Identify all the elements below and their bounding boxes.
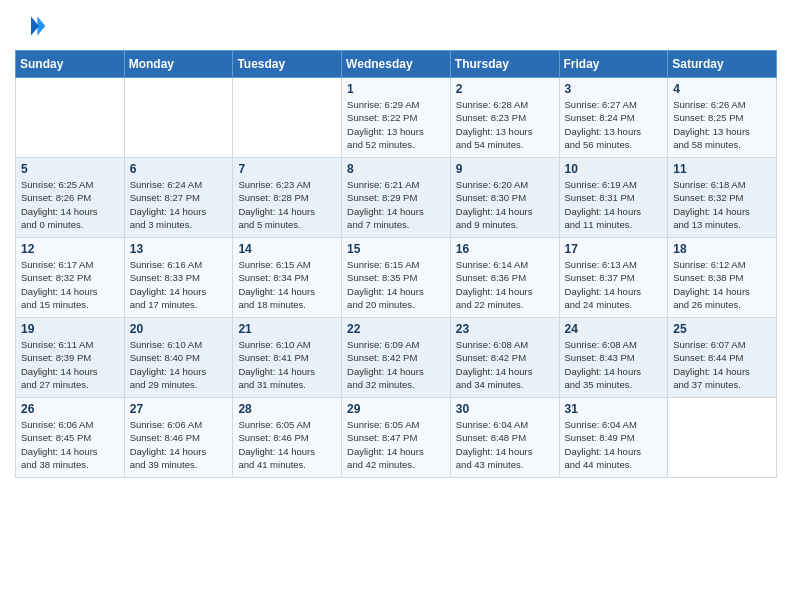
calendar-cell: 17Sunrise: 6:13 AM Sunset: 8:37 PM Dayli…	[559, 238, 668, 318]
day-info: Sunrise: 6:15 AM Sunset: 8:34 PM Dayligh…	[238, 258, 336, 311]
calendar-cell: 14Sunrise: 6:15 AM Sunset: 8:34 PM Dayli…	[233, 238, 342, 318]
day-number: 7	[238, 162, 336, 176]
day-number: 18	[673, 242, 771, 256]
calendar-cell: 10Sunrise: 6:19 AM Sunset: 8:31 PM Dayli…	[559, 158, 668, 238]
day-info: Sunrise: 6:05 AM Sunset: 8:46 PM Dayligh…	[238, 418, 336, 471]
calendar-cell: 30Sunrise: 6:04 AM Sunset: 8:48 PM Dayli…	[450, 398, 559, 478]
weekday-header-sunday: Sunday	[16, 51, 125, 78]
calendar-week-1: 1Sunrise: 6:29 AM Sunset: 8:22 PM Daylig…	[16, 78, 777, 158]
logo	[15, 10, 51, 42]
day-number: 3	[565, 82, 663, 96]
calendar-cell: 2Sunrise: 6:28 AM Sunset: 8:23 PM Daylig…	[450, 78, 559, 158]
calendar-cell: 19Sunrise: 6:11 AM Sunset: 8:39 PM Dayli…	[16, 318, 125, 398]
day-info: Sunrise: 6:24 AM Sunset: 8:27 PM Dayligh…	[130, 178, 228, 231]
calendar-cell: 22Sunrise: 6:09 AM Sunset: 8:42 PM Dayli…	[342, 318, 451, 398]
calendar-week-3: 12Sunrise: 6:17 AM Sunset: 8:32 PM Dayli…	[16, 238, 777, 318]
calendar-cell: 5Sunrise: 6:25 AM Sunset: 8:26 PM Daylig…	[16, 158, 125, 238]
day-info: Sunrise: 6:11 AM Sunset: 8:39 PM Dayligh…	[21, 338, 119, 391]
calendar-cell: 29Sunrise: 6:05 AM Sunset: 8:47 PM Dayli…	[342, 398, 451, 478]
day-info: Sunrise: 6:15 AM Sunset: 8:35 PM Dayligh…	[347, 258, 445, 311]
weekday-header-thursday: Thursday	[450, 51, 559, 78]
calendar-cell: 26Sunrise: 6:06 AM Sunset: 8:45 PM Dayli…	[16, 398, 125, 478]
day-number: 22	[347, 322, 445, 336]
day-number: 12	[21, 242, 119, 256]
calendar-week-5: 26Sunrise: 6:06 AM Sunset: 8:45 PM Dayli…	[16, 398, 777, 478]
calendar-cell: 28Sunrise: 6:05 AM Sunset: 8:46 PM Dayli…	[233, 398, 342, 478]
day-number: 28	[238, 402, 336, 416]
day-info: Sunrise: 6:08 AM Sunset: 8:42 PM Dayligh…	[456, 338, 554, 391]
calendar-cell: 23Sunrise: 6:08 AM Sunset: 8:42 PM Dayli…	[450, 318, 559, 398]
calendar-cell: 18Sunrise: 6:12 AM Sunset: 8:38 PM Dayli…	[668, 238, 777, 318]
day-info: Sunrise: 6:13 AM Sunset: 8:37 PM Dayligh…	[565, 258, 663, 311]
calendar-header: SundayMondayTuesdayWednesdayThursdayFrid…	[16, 51, 777, 78]
day-info: Sunrise: 6:26 AM Sunset: 8:25 PM Dayligh…	[673, 98, 771, 151]
day-number: 17	[565, 242, 663, 256]
calendar-table: SundayMondayTuesdayWednesdayThursdayFrid…	[15, 50, 777, 478]
calendar-cell	[16, 78, 125, 158]
weekday-header-row: SundayMondayTuesdayWednesdayThursdayFrid…	[16, 51, 777, 78]
day-number: 27	[130, 402, 228, 416]
day-info: Sunrise: 6:10 AM Sunset: 8:40 PM Dayligh…	[130, 338, 228, 391]
calendar-cell	[233, 78, 342, 158]
day-number: 10	[565, 162, 663, 176]
calendar-cell: 15Sunrise: 6:15 AM Sunset: 8:35 PM Dayli…	[342, 238, 451, 318]
day-info: Sunrise: 6:23 AM Sunset: 8:28 PM Dayligh…	[238, 178, 336, 231]
day-info: Sunrise: 6:27 AM Sunset: 8:24 PM Dayligh…	[565, 98, 663, 151]
weekday-header-monday: Monday	[124, 51, 233, 78]
calendar-cell: 7Sunrise: 6:23 AM Sunset: 8:28 PM Daylig…	[233, 158, 342, 238]
weekday-header-wednesday: Wednesday	[342, 51, 451, 78]
calendar-cell: 16Sunrise: 6:14 AM Sunset: 8:36 PM Dayli…	[450, 238, 559, 318]
day-number: 5	[21, 162, 119, 176]
day-info: Sunrise: 6:04 AM Sunset: 8:48 PM Dayligh…	[456, 418, 554, 471]
calendar-cell: 24Sunrise: 6:08 AM Sunset: 8:43 PM Dayli…	[559, 318, 668, 398]
day-info: Sunrise: 6:09 AM Sunset: 8:42 PM Dayligh…	[347, 338, 445, 391]
day-info: Sunrise: 6:10 AM Sunset: 8:41 PM Dayligh…	[238, 338, 336, 391]
weekday-header-saturday: Saturday	[668, 51, 777, 78]
weekday-header-tuesday: Tuesday	[233, 51, 342, 78]
calendar-cell: 21Sunrise: 6:10 AM Sunset: 8:41 PM Dayli…	[233, 318, 342, 398]
calendar-cell: 12Sunrise: 6:17 AM Sunset: 8:32 PM Dayli…	[16, 238, 125, 318]
day-info: Sunrise: 6:19 AM Sunset: 8:31 PM Dayligh…	[565, 178, 663, 231]
day-info: Sunrise: 6:06 AM Sunset: 8:46 PM Dayligh…	[130, 418, 228, 471]
day-number: 30	[456, 402, 554, 416]
day-info: Sunrise: 6:07 AM Sunset: 8:44 PM Dayligh…	[673, 338, 771, 391]
day-number: 20	[130, 322, 228, 336]
calendar-cell: 25Sunrise: 6:07 AM Sunset: 8:44 PM Dayli…	[668, 318, 777, 398]
calendar-week-4: 19Sunrise: 6:11 AM Sunset: 8:39 PM Dayli…	[16, 318, 777, 398]
calendar-cell: 27Sunrise: 6:06 AM Sunset: 8:46 PM Dayli…	[124, 398, 233, 478]
day-info: Sunrise: 6:08 AM Sunset: 8:43 PM Dayligh…	[565, 338, 663, 391]
day-number: 6	[130, 162, 228, 176]
weekday-header-friday: Friday	[559, 51, 668, 78]
calendar-cell: 6Sunrise: 6:24 AM Sunset: 8:27 PM Daylig…	[124, 158, 233, 238]
logo-icon	[15, 10, 47, 42]
day-number: 19	[21, 322, 119, 336]
day-number: 23	[456, 322, 554, 336]
day-info: Sunrise: 6:20 AM Sunset: 8:30 PM Dayligh…	[456, 178, 554, 231]
day-info: Sunrise: 6:28 AM Sunset: 8:23 PM Dayligh…	[456, 98, 554, 151]
day-number: 16	[456, 242, 554, 256]
day-info: Sunrise: 6:21 AM Sunset: 8:29 PM Dayligh…	[347, 178, 445, 231]
calendar-week-2: 5Sunrise: 6:25 AM Sunset: 8:26 PM Daylig…	[16, 158, 777, 238]
day-number: 2	[456, 82, 554, 96]
day-number: 24	[565, 322, 663, 336]
calendar-cell: 20Sunrise: 6:10 AM Sunset: 8:40 PM Dayli…	[124, 318, 233, 398]
calendar-cell: 1Sunrise: 6:29 AM Sunset: 8:22 PM Daylig…	[342, 78, 451, 158]
calendar-cell: 13Sunrise: 6:16 AM Sunset: 8:33 PM Dayli…	[124, 238, 233, 318]
header	[15, 10, 777, 42]
day-info: Sunrise: 6:18 AM Sunset: 8:32 PM Dayligh…	[673, 178, 771, 231]
day-number: 1	[347, 82, 445, 96]
day-number: 13	[130, 242, 228, 256]
day-info: Sunrise: 6:12 AM Sunset: 8:38 PM Dayligh…	[673, 258, 771, 311]
calendar-cell	[124, 78, 233, 158]
day-number: 14	[238, 242, 336, 256]
calendar-cell: 3Sunrise: 6:27 AM Sunset: 8:24 PM Daylig…	[559, 78, 668, 158]
day-info: Sunrise: 6:25 AM Sunset: 8:26 PM Dayligh…	[21, 178, 119, 231]
day-info: Sunrise: 6:14 AM Sunset: 8:36 PM Dayligh…	[456, 258, 554, 311]
page: SundayMondayTuesdayWednesdayThursdayFrid…	[0, 0, 792, 612]
day-number: 11	[673, 162, 771, 176]
day-info: Sunrise: 6:04 AM Sunset: 8:49 PM Dayligh…	[565, 418, 663, 471]
calendar-cell: 9Sunrise: 6:20 AM Sunset: 8:30 PM Daylig…	[450, 158, 559, 238]
calendar-cell: 8Sunrise: 6:21 AM Sunset: 8:29 PM Daylig…	[342, 158, 451, 238]
day-info: Sunrise: 6:16 AM Sunset: 8:33 PM Dayligh…	[130, 258, 228, 311]
day-number: 9	[456, 162, 554, 176]
